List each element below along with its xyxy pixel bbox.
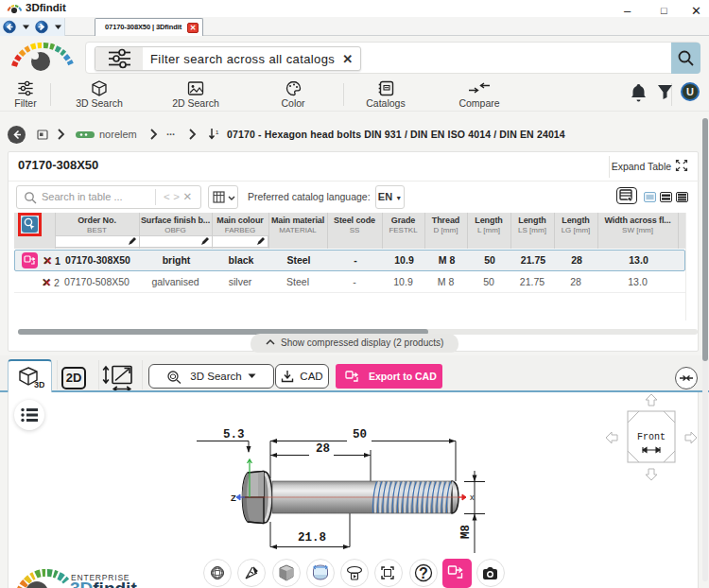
svg-text:21.8: 21.8 xyxy=(298,531,326,545)
svg-text:28: 28 xyxy=(316,442,330,456)
svg-text:Z: Z xyxy=(231,493,236,503)
svg-text:1: 1 xyxy=(216,130,219,135)
svg-text:?: ? xyxy=(419,565,428,581)
svg-text:3D: 3D xyxy=(34,380,44,389)
svg-text:50: 50 xyxy=(353,428,367,441)
svg-text:M8: M8 xyxy=(459,525,473,539)
svg-text:3Dfindit: 3Dfindit xyxy=(70,579,137,588)
svg-text:Front: Front xyxy=(637,432,666,442)
svg-text:x: x xyxy=(470,493,475,502)
svg-text:5.3: 5.3 xyxy=(223,428,245,441)
